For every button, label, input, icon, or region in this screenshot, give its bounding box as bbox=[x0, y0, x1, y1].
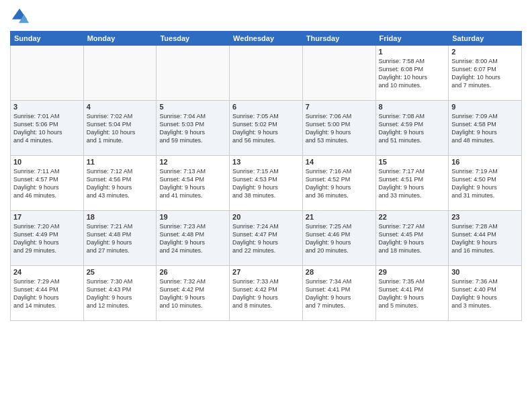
day-cell-26: 26Sunrise: 7:32 AM Sunset: 4:42 PM Dayli… bbox=[157, 266, 230, 321]
day-cell-4: 4Sunrise: 7:02 AM Sunset: 5:04 PM Daylig… bbox=[83, 101, 157, 156]
day-cell-30: 30Sunrise: 7:36 AM Sunset: 4:40 PM Dayli… bbox=[449, 266, 522, 321]
day-number: 11 bbox=[87, 158, 154, 166]
day-cell-8: 8Sunrise: 7:08 AM Sunset: 4:59 PM Daylig… bbox=[375, 101, 449, 156]
weekday-sunday: Sunday bbox=[11, 32, 84, 46]
day-number: 20 bbox=[232, 213, 300, 221]
day-cell-19: 19Sunrise: 7:23 AM Sunset: 4:48 PM Dayli… bbox=[157, 211, 230, 266]
weekday-saturday: Saturday bbox=[449, 32, 522, 46]
day-number: 18 bbox=[87, 213, 154, 221]
day-number: 15 bbox=[379, 158, 446, 166]
day-number: 29 bbox=[379, 268, 446, 276]
day-number: 23 bbox=[451, 213, 519, 221]
day-info: Sunrise: 7:20 AM Sunset: 4:49 PM Dayligh… bbox=[13, 222, 81, 255]
day-info: Sunrise: 7:06 AM Sunset: 5:00 PM Dayligh… bbox=[306, 112, 373, 145]
day-number: 3 bbox=[13, 103, 81, 111]
day-info: Sunrise: 7:05 AM Sunset: 5:02 PM Dayligh… bbox=[232, 112, 300, 145]
day-cell-21: 21Sunrise: 7:25 AM Sunset: 4:46 PM Dayli… bbox=[302, 211, 375, 266]
day-cell-15: 15Sunrise: 7:17 AM Sunset: 4:51 PM Dayli… bbox=[375, 156, 449, 211]
day-number: 12 bbox=[159, 158, 226, 166]
day-cell-11: 11Sunrise: 7:12 AM Sunset: 4:56 PM Dayli… bbox=[83, 156, 157, 211]
day-number: 5 bbox=[159, 103, 226, 111]
day-cell-3: 3Sunrise: 7:01 AM Sunset: 5:06 PM Daylig… bbox=[11, 101, 84, 156]
day-number: 14 bbox=[306, 158, 373, 166]
day-info: Sunrise: 7:27 AM Sunset: 4:45 PM Dayligh… bbox=[379, 222, 446, 255]
day-info: Sunrise: 7:12 AM Sunset: 4:56 PM Dayligh… bbox=[87, 167, 154, 200]
day-info: Sunrise: 7:01 AM Sunset: 5:06 PM Dayligh… bbox=[13, 112, 81, 145]
day-number: 13 bbox=[232, 158, 300, 166]
day-number: 1 bbox=[379, 48, 446, 56]
day-cell-28: 28Sunrise: 7:34 AM Sunset: 4:41 PM Dayli… bbox=[302, 266, 375, 321]
day-info: Sunrise: 7:33 AM Sunset: 4:42 PM Dayligh… bbox=[232, 277, 300, 310]
day-info: Sunrise: 7:34 AM Sunset: 4:41 PM Dayligh… bbox=[306, 277, 373, 310]
day-cell-5: 5Sunrise: 7:04 AM Sunset: 5:03 PM Daylig… bbox=[157, 101, 230, 156]
week-row-4: 17Sunrise: 7:20 AM Sunset: 4:49 PM Dayli… bbox=[11, 211, 522, 266]
day-cell-23: 23Sunrise: 7:28 AM Sunset: 4:44 PM Dayli… bbox=[449, 211, 522, 266]
day-number: 24 bbox=[13, 268, 81, 276]
day-cell-14: 14Sunrise: 7:16 AM Sunset: 4:52 PM Dayli… bbox=[302, 156, 375, 211]
day-info: Sunrise: 7:09 AM Sunset: 4:58 PM Dayligh… bbox=[451, 112, 519, 145]
day-number: 4 bbox=[87, 103, 154, 111]
day-info: Sunrise: 7:21 AM Sunset: 4:48 PM Dayligh… bbox=[87, 222, 154, 255]
day-cell-25: 25Sunrise: 7:30 AM Sunset: 4:43 PM Dayli… bbox=[83, 266, 157, 321]
day-number: 10 bbox=[13, 158, 81, 166]
weekday-thursday: Thursday bbox=[302, 32, 375, 46]
day-number: 25 bbox=[87, 268, 154, 276]
calendar-page: SundayMondayTuesdayWednesdayThursdayFrid… bbox=[0, 0, 532, 411]
day-cell-29: 29Sunrise: 7:35 AM Sunset: 4:41 PM Dayli… bbox=[375, 266, 449, 321]
empty-cell bbox=[230, 46, 303, 101]
day-number: 21 bbox=[306, 213, 373, 221]
day-info: Sunrise: 8:00 AM Sunset: 6:07 PM Dayligh… bbox=[451, 57, 519, 90]
logo bbox=[10, 7, 32, 26]
day-info: Sunrise: 7:35 AM Sunset: 4:41 PM Dayligh… bbox=[379, 277, 446, 310]
day-cell-20: 20Sunrise: 7:24 AM Sunset: 4:47 PM Dayli… bbox=[230, 211, 303, 266]
day-info: Sunrise: 7:15 AM Sunset: 4:53 PM Dayligh… bbox=[232, 167, 300, 200]
day-info: Sunrise: 7:17 AM Sunset: 4:51 PM Dayligh… bbox=[379, 167, 446, 200]
day-info: Sunrise: 7:24 AM Sunset: 4:47 PM Dayligh… bbox=[232, 222, 300, 255]
empty-cell bbox=[83, 46, 157, 101]
calendar-table: SundayMondayTuesdayWednesdayThursdayFrid… bbox=[10, 31, 522, 321]
empty-cell bbox=[11, 46, 84, 101]
weekday-tuesday: Tuesday bbox=[157, 32, 230, 46]
day-number: 6 bbox=[232, 103, 300, 111]
weekday-friday: Friday bbox=[375, 32, 449, 46]
day-info: Sunrise: 7:04 AM Sunset: 5:03 PM Dayligh… bbox=[159, 112, 226, 145]
day-info: Sunrise: 7:16 AM Sunset: 4:52 PM Dayligh… bbox=[306, 167, 373, 200]
day-number: 7 bbox=[306, 103, 373, 111]
day-info: Sunrise: 7:08 AM Sunset: 4:59 PM Dayligh… bbox=[379, 112, 446, 145]
day-number: 8 bbox=[379, 103, 446, 111]
week-row-3: 10Sunrise: 7:11 AM Sunset: 4:57 PM Dayli… bbox=[11, 156, 522, 211]
empty-cell bbox=[157, 46, 230, 101]
day-info: Sunrise: 7:32 AM Sunset: 4:42 PM Dayligh… bbox=[159, 277, 226, 310]
week-row-2: 3Sunrise: 7:01 AM Sunset: 5:06 PM Daylig… bbox=[11, 101, 522, 156]
day-info: Sunrise: 7:25 AM Sunset: 4:46 PM Dayligh… bbox=[306, 222, 373, 255]
day-info: Sunrise: 7:58 AM Sunset: 6:08 PM Dayligh… bbox=[379, 57, 446, 90]
day-cell-1: 1Sunrise: 7:58 AM Sunset: 6:08 PM Daylig… bbox=[375, 46, 449, 101]
logo-icon bbox=[10, 7, 29, 26]
day-number: 27 bbox=[232, 268, 300, 276]
day-cell-16: 16Sunrise: 7:19 AM Sunset: 4:50 PM Dayli… bbox=[449, 156, 522, 211]
day-info: Sunrise: 7:30 AM Sunset: 4:43 PM Dayligh… bbox=[87, 277, 154, 310]
day-info: Sunrise: 7:19 AM Sunset: 4:50 PM Dayligh… bbox=[451, 167, 519, 200]
day-info: Sunrise: 7:28 AM Sunset: 4:44 PM Dayligh… bbox=[451, 222, 519, 255]
day-number: 28 bbox=[306, 268, 373, 276]
day-number: 26 bbox=[159, 268, 226, 276]
empty-cell bbox=[302, 46, 375, 101]
day-cell-24: 24Sunrise: 7:29 AM Sunset: 4:44 PM Dayli… bbox=[11, 266, 84, 321]
weekday-monday: Monday bbox=[83, 32, 157, 46]
day-info: Sunrise: 7:13 AM Sunset: 4:54 PM Dayligh… bbox=[159, 167, 226, 200]
day-number: 17 bbox=[13, 213, 81, 221]
day-number: 30 bbox=[451, 268, 519, 276]
day-cell-12: 12Sunrise: 7:13 AM Sunset: 4:54 PM Dayli… bbox=[157, 156, 230, 211]
day-number: 9 bbox=[451, 103, 519, 111]
day-cell-17: 17Sunrise: 7:20 AM Sunset: 4:49 PM Dayli… bbox=[11, 211, 84, 266]
weekday-header-row: SundayMondayTuesdayWednesdayThursdayFrid… bbox=[11, 32, 522, 46]
header bbox=[10, 7, 522, 26]
day-cell-7: 7Sunrise: 7:06 AM Sunset: 5:00 PM Daylig… bbox=[302, 101, 375, 156]
day-info: Sunrise: 7:02 AM Sunset: 5:04 PM Dayligh… bbox=[87, 112, 154, 145]
day-info: Sunrise: 7:11 AM Sunset: 4:57 PM Dayligh… bbox=[13, 167, 81, 200]
day-number: 16 bbox=[451, 158, 519, 166]
day-cell-9: 9Sunrise: 7:09 AM Sunset: 4:58 PM Daylig… bbox=[449, 101, 522, 156]
day-info: Sunrise: 7:29 AM Sunset: 4:44 PM Dayligh… bbox=[13, 277, 81, 310]
week-row-5: 24Sunrise: 7:29 AM Sunset: 4:44 PM Dayli… bbox=[11, 266, 522, 321]
weekday-wednesday: Wednesday bbox=[230, 32, 303, 46]
